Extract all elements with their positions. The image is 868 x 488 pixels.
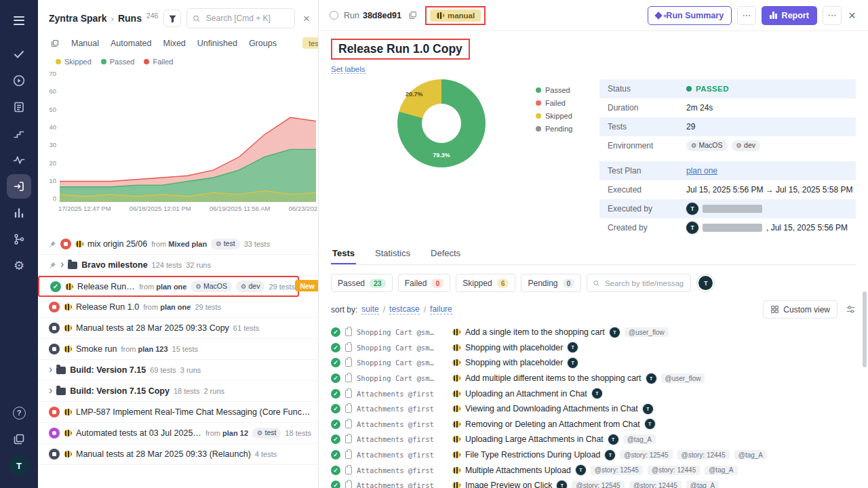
runs-tab-groups[interactable]: Groups	[249, 39, 277, 48]
close-detail-button[interactable]: ×	[847, 9, 857, 22]
tab-defects[interactable]: Defects	[429, 248, 462, 264]
bee-icon	[63, 450, 72, 458]
run-list-item[interactable]: Smoke runfrom plan 12315 tests	[38, 339, 318, 360]
test-result-row[interactable]: ✓Attachments @firstMultiple Attachments …	[331, 462, 856, 478]
test-result-row[interactable]: ✓Attachments @firstFile Type Restriction…	[331, 447, 856, 463]
more-actions-button[interactable]: ⋯	[737, 6, 756, 25]
analytics-bars-icon[interactable]	[7, 201, 31, 225]
assignee-avatar: T	[576, 465, 586, 475]
filter-chip-skipped[interactable]: Skipped6	[456, 274, 515, 292]
info-label: Executed	[608, 185, 686, 195]
run-list-item[interactable]: mix origin 25/06from Mixed plan⚙test33 t…	[38, 234, 318, 255]
test-result-row[interactable]: ✓Shopping Cart @sm…Add multiple differen…	[331, 371, 856, 386]
run-group-row[interactable]: ›Bravo milestone124 tests32 runs	[38, 255, 318, 276]
runs-tab-automated[interactable]: Automated	[111, 39, 151, 48]
scrollbar-thumb[interactable]	[863, 291, 867, 367]
clipboard-icon	[345, 405, 352, 413]
sort-option-failure[interactable]: failure	[430, 304, 452, 314]
run-list-item[interactable]: Manual tests at 28 Mar 2025 09:33 Copy61…	[38, 318, 318, 339]
test-result-row[interactable]: ✓Attachments @firstViewing and Downloadi…	[331, 401, 856, 417]
test-cases-icon[interactable]	[7, 95, 31, 119]
filter-chip-count: 0	[431, 279, 443, 288]
chevron-expand-icon[interactable]: ›	[49, 364, 52, 375]
test-runs-icon[interactable]	[7, 174, 31, 199]
test-tag: @story: 12445	[648, 466, 700, 475]
tab-list: ManualAutomatedMixedUnfinishedGroups	[71, 39, 277, 48]
run-title-heading: Release Run 1.0 Copy	[338, 42, 462, 56]
report-button[interactable]: Report	[762, 6, 817, 25]
tab-statistics[interactable]: Statistics	[374, 248, 412, 264]
runs-tab-manual[interactable]: Manual	[71, 39, 99, 48]
chevron-expand-icon[interactable]: ›	[49, 385, 52, 396]
launch-play-icon[interactable]	[7, 68, 31, 93]
copy-run-id-button[interactable]	[407, 9, 418, 21]
test-result-row[interactable]: ✓Attachments @firstImage Preview on Clic…	[331, 478, 856, 488]
run-list-item[interactable]: Automated tests at 03 Jul 2025 13:25from…	[38, 423, 318, 444]
breadcrumb-project[interactable]: Zyntra Spark	[49, 13, 107, 24]
tests-search-input[interactable]	[604, 279, 685, 288]
run-detail-header: Run 38d8ed91 manual + Run Summary ⋯ Repo…	[319, 0, 868, 31]
test-plan-link[interactable]: plan one	[686, 166, 717, 176]
close-runs-panel-button[interactable]: ×	[300, 13, 313, 24]
info-row: Environment⚙MacOS⚙dev	[599, 136, 856, 155]
run-plan-ref: from plan one	[143, 303, 191, 311]
run-list-item[interactable]: Manual tests at 28 Mar 2025 09:33 (Relau…	[38, 444, 318, 465]
workspace-avatar[interactable]: T	[7, 453, 31, 478]
runs-search-input[interactable]	[205, 13, 289, 24]
suite-label: Attachments @first	[357, 451, 448, 459]
layers-icon[interactable]	[50, 39, 60, 48]
run-group-row[interactable]: ›Build: Version 7.1569 tests3 runs	[38, 360, 318, 381]
tests-search[interactable]	[587, 274, 691, 292]
set-labels-link[interactable]: Set labels	[331, 65, 366, 74]
x-axis-tick: 06/19/2025 11:56 AM	[210, 205, 271, 212]
run-list-item[interactable]: ✓Release Run 1.0 Copyfrom plan one⚙MacOS…	[38, 276, 299, 297]
environment-badge: ⚙test	[211, 239, 239, 250]
test-result-row[interactable]: ✓Attachments @firstUploading an Attachme…	[331, 386, 856, 401]
user-avatar: T	[686, 203, 698, 215]
run-summary-button[interactable]: + Run Summary	[648, 6, 732, 25]
test-result-row[interactable]: ✓Attachments @firstRemoving or Deleting …	[331, 417, 856, 432]
activity-pulse-icon[interactable]	[7, 148, 31, 172]
help-icon[interactable]: ?	[7, 401, 31, 425]
custom-view-button[interactable]: Custom view	[763, 300, 837, 319]
assignee-filter-button[interactable]: T	[696, 274, 715, 292]
runs-tab-unfinished[interactable]: Unfinished	[197, 39, 237, 48]
test-result-row[interactable]: ✓Attachments @firstUploading Large Attac…	[331, 432, 856, 447]
info-row: Created byT, Jul 15, 2025 5:56 PM	[599, 218, 856, 237]
menu-icon[interactable]	[7, 8, 31, 33]
shared-steps-icon[interactable]	[7, 121, 31, 146]
filter-chip-pending[interactable]: Pending0	[521, 274, 581, 292]
runs-count: 246	[146, 12, 159, 20]
sort-separator: /	[424, 305, 426, 314]
run-summary-section: 79.3% 20.7% PassedFailedSkippedPending S…	[331, 79, 856, 237]
run-group-row[interactable]: ›Build: Version 7.15 Copy18 tests2 runs	[38, 381, 318, 402]
runs-tab-mixed[interactable]: Mixed	[163, 39, 185, 48]
test-result-row[interactable]: ✓Shopping Cart @sm…Shopping with placeho…	[331, 355, 856, 371]
display-settings-icon[interactable]	[846, 304, 856, 314]
settings-gear-icon[interactable]: ⚙	[7, 253, 31, 278]
dashboard-check-icon[interactable]	[7, 42, 31, 66]
tab-tests[interactable]: Tests	[331, 248, 356, 264]
hamburger-icon	[14, 16, 24, 25]
run-list-item[interactable]: LMP-587 Implement Real-Time Chat Messagi…	[38, 402, 318, 423]
sort-option-suite[interactable]: suite	[361, 304, 378, 314]
run-list-item[interactable]: Release Run 1.0from plan one29 tests	[38, 297, 318, 318]
chevron-expand-icon[interactable]: ›	[60, 259, 64, 270]
projects-icon[interactable]	[7, 427, 31, 451]
runs-search[interactable]	[186, 8, 295, 28]
legend-label: Skipped	[64, 58, 92, 66]
filter-button[interactable]	[163, 9, 181, 27]
legend-dot	[536, 113, 541, 119]
breadcrumb-section[interactable]: Runs	[118, 13, 142, 24]
merge-branch-icon[interactable]	[7, 227, 31, 251]
more-options-button[interactable]: ⋯	[823, 6, 842, 25]
filter-chip-passed[interactable]: Passed23	[331, 274, 393, 292]
redacted-username	[703, 224, 762, 232]
sort-option-testcase[interactable]: testcase	[389, 304, 420, 314]
filter-chip-failed[interactable]: Failed0	[398, 274, 451, 292]
overflow-chip[interactable]: tes	[302, 37, 318, 49]
test-result-row[interactable]: ✓Shopping Cart @sm…Add a single item to …	[331, 325, 856, 340]
suite-label: Attachments @first	[357, 390, 448, 398]
test-result-row[interactable]: ✓Shopping Cart @sm…Shopping with placeho…	[331, 340, 856, 356]
legend-dot	[536, 100, 541, 106]
